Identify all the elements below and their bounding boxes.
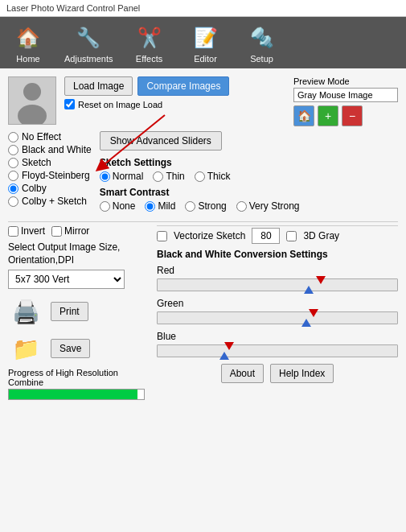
preview-minus-button[interactable]: − xyxy=(342,105,363,126)
radio-colby-sketch-label: Colby + Sketch xyxy=(22,196,87,207)
compare-images-button[interactable]: Compare Images xyxy=(137,76,229,96)
preview-mode-select[interactable]: Gray Mouse Image Color Image B&W Image xyxy=(293,88,398,102)
effects-row: No Effect Black and White Sketch Floyd-S… xyxy=(8,131,398,217)
sc-mild-label: Mild xyxy=(158,200,175,212)
about-button[interactable]: About xyxy=(221,364,264,383)
printer-row: 🖨️ Print xyxy=(8,295,149,328)
sketch-thick: Thick xyxy=(195,171,231,182)
save-row: 📁 Save xyxy=(8,332,149,365)
reset-checkbox[interactable] xyxy=(64,99,75,109)
radio-floyd-input[interactable] xyxy=(8,171,18,181)
invert-checkbox-item: Invert xyxy=(8,225,45,237)
radio-colby-sketch-input[interactable] xyxy=(8,196,18,207)
divider xyxy=(8,221,398,222)
toolbar: 🏠 Home 🔧 Adjustments ✂️ Effects 📝 Editor… xyxy=(0,17,406,68)
toolbar-effects-label: Effects xyxy=(136,54,162,64)
gray-3d-checkbox[interactable] xyxy=(286,231,297,241)
radio-sketch-input[interactable] xyxy=(8,158,18,168)
toolbar-setup[interactable]: 🔩 Setup xyxy=(242,22,282,64)
print-button[interactable]: Print xyxy=(51,302,88,321)
red-slider-bottom-thumb[interactable] xyxy=(304,286,314,294)
mirror-label: Mirror xyxy=(64,225,89,237)
radio-black-white-label: Black and White xyxy=(22,144,92,155)
sketch-settings-label: Sketch Settings xyxy=(100,157,398,168)
vectorize-value-input[interactable] xyxy=(252,228,280,244)
effects-icon: ✂️ xyxy=(133,22,166,54)
toolbar-adjustments-label: Adjustments xyxy=(64,54,113,64)
show-advanced-button[interactable]: Show Advanced Sliders xyxy=(100,131,222,151)
invert-checkbox[interactable] xyxy=(8,226,18,237)
checkboxes-row: Invert Mirror xyxy=(8,225,149,237)
preview-home-button[interactable]: 🏠 xyxy=(293,105,314,126)
vectorize-row: Vectorize Sketch 3D Gray xyxy=(157,225,398,244)
sketch-thick-input[interactable] xyxy=(195,171,205,182)
folder-icon: 📁 xyxy=(8,332,44,365)
load-image-button[interactable]: Load Image xyxy=(64,76,133,96)
green-slider-top-thumb[interactable] xyxy=(309,309,318,317)
sc-none-input[interactable] xyxy=(100,201,110,212)
blue-slider-top-thumb[interactable] xyxy=(224,342,234,350)
avatar xyxy=(8,76,56,125)
radio-no-effect-input[interactable] xyxy=(8,132,18,142)
bw-settings-label: Black and White Conversion Settings xyxy=(157,249,398,260)
blue-slider-track[interactable] xyxy=(157,344,398,357)
sc-none-label: None xyxy=(113,200,136,212)
sc-mild-input[interactable] xyxy=(145,201,155,212)
sketch-thin-input[interactable] xyxy=(153,171,163,182)
radio-sketch: Sketch xyxy=(8,157,92,168)
sc-very-strong-label: Very Strong xyxy=(249,200,300,212)
radio-colby-input[interactable] xyxy=(8,184,18,194)
sketch-thick-label: Thick xyxy=(207,171,231,182)
save-button[interactable]: Save xyxy=(51,339,90,358)
toolbar-editor-label: Editor xyxy=(194,54,217,64)
person-silhouette xyxy=(9,77,55,124)
red-slider-label: Red xyxy=(157,265,398,276)
preview-mode-label: Preview Mode xyxy=(293,76,350,86)
preview-plus-button[interactable]: + xyxy=(318,105,338,126)
setup-icon: 🔩 xyxy=(246,22,278,54)
toolbar-editor[interactable]: 📝 Editor xyxy=(186,22,226,64)
radio-floyd-steinberg: Floyd-Steinberg xyxy=(8,170,92,181)
toolbar-adjustments[interactable]: 🔧 Adjustments xyxy=(64,22,113,64)
right-panel: Vectorize Sketch 3D Gray Black and White… xyxy=(157,225,398,400)
svg-point-1 xyxy=(23,83,41,101)
smart-contrast-group: Smart Contrast None Mild Strong xyxy=(100,187,398,212)
progress-bar-container xyxy=(8,389,145,400)
effects-radio-group: No Effect Black and White Sketch Floyd-S… xyxy=(8,131,92,217)
vectorize-checkbox[interactable] xyxy=(157,231,167,241)
radio-colby: Colby xyxy=(8,183,92,194)
smart-contrast-radio-row: None Mild Strong Very Strong xyxy=(100,200,398,212)
sc-very-strong: Very Strong xyxy=(236,200,300,212)
toolbar-home-label: Home xyxy=(16,54,39,64)
radio-black-white-input[interactable] xyxy=(8,145,18,155)
preview-select-row: Gray Mouse Image Color Image B&W Image xyxy=(293,88,398,102)
green-slider-bottom-thumb[interactable] xyxy=(301,319,311,327)
adjustments-icon: 🔧 xyxy=(72,22,105,54)
sketch-normal-input[interactable] xyxy=(100,171,110,182)
title-bar: Laser Photo Wizard Control Panel xyxy=(0,0,406,17)
red-slider-track[interactable] xyxy=(157,278,398,291)
reset-label: Reset on Image Load xyxy=(78,100,162,109)
red-slider-top-thumb[interactable] xyxy=(316,276,326,284)
output-size-select[interactable]: 5x7 300 Vert 4x6 300 Horiz 8x10 300 Vert xyxy=(8,270,125,289)
reset-checkbox-row: Reset on Image Load xyxy=(64,99,229,109)
sc-strong: Strong xyxy=(185,200,226,212)
sketch-thin-label: Thin xyxy=(166,171,184,182)
toolbar-effects[interactable]: ✂️ Effects xyxy=(129,22,170,64)
radio-black-white: Black and White xyxy=(8,144,92,155)
help-index-button[interactable]: Help Index xyxy=(270,364,334,383)
effects-sketch-section: No Effect Black and White Sketch Floyd-S… xyxy=(8,131,398,217)
top-row: Load Image Compare Images Reset on Image… xyxy=(8,76,398,126)
mirror-checkbox[interactable] xyxy=(51,226,62,237)
blue-slider-bottom-thumb[interactable] xyxy=(219,352,229,360)
invert-label: Invert xyxy=(21,225,45,237)
sc-very-strong-input[interactable] xyxy=(236,201,247,212)
toolbar-home[interactable]: 🏠 Home xyxy=(8,22,48,64)
radio-colby-sketch: Colby + Sketch xyxy=(8,196,92,207)
load-compare-btns: Load Image Compare Images xyxy=(64,76,229,96)
green-slider-group: Green xyxy=(157,298,398,324)
left-panel: Invert Mirror Select Output Image Size, … xyxy=(8,225,149,400)
green-slider-track[interactable] xyxy=(157,311,398,324)
red-slider-group: Red xyxy=(157,265,398,291)
sc-strong-input[interactable] xyxy=(185,201,195,212)
